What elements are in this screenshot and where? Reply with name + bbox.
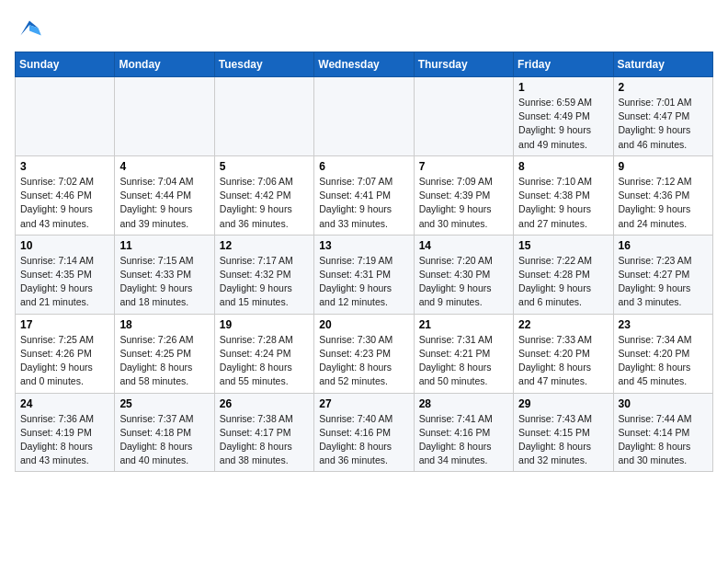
day-info: Sunrise: 7:10 AMSunset: 4:38 PMDaylight:…: [518, 175, 608, 231]
day-info: Sunrise: 7:20 AMSunset: 4:30 PMDaylight:…: [419, 254, 508, 310]
calendar-cell: 12Sunrise: 7:17 AMSunset: 4:32 PMDayligh…: [214, 235, 313, 314]
calendar-cell: [16, 77, 115, 156]
day-info: Sunrise: 7:14 AMSunset: 4:35 PMDaylight:…: [20, 254, 109, 310]
day-number: 6: [319, 160, 408, 173]
day-number: 22: [518, 318, 608, 331]
calendar-cell: [414, 77, 513, 156]
calendar-cell: 16Sunrise: 7:23 AMSunset: 4:27 PMDayligh…: [613, 235, 712, 314]
calendar-header-row: SundayMondayTuesdayWednesdayThursdayFrid…: [16, 52, 713, 77]
day-info: Sunrise: 7:36 AMSunset: 4:19 PMDaylight:…: [20, 412, 109, 468]
day-number: 4: [119, 160, 209, 173]
calendar-cell: 10Sunrise: 7:14 AMSunset: 4:35 PMDayligh…: [16, 235, 115, 314]
calendar-week-3: 10Sunrise: 7:14 AMSunset: 4:35 PMDayligh…: [16, 235, 713, 314]
day-number: 12: [220, 239, 309, 252]
day-info: Sunrise: 6:59 AMSunset: 4:49 PMDaylight:…: [518, 96, 608, 152]
calendar-cell: 2Sunrise: 7:01 AMSunset: 4:47 PMDaylight…: [613, 77, 712, 156]
calendar-cell: 21Sunrise: 7:31 AMSunset: 4:21 PMDayligh…: [414, 314, 513, 393]
day-number: 13: [319, 239, 408, 252]
day-info: Sunrise: 7:15 AMSunset: 4:33 PMDaylight:…: [119, 254, 209, 310]
day-info: Sunrise: 7:22 AMSunset: 4:28 PMDaylight:…: [518, 254, 608, 310]
day-number: 5: [220, 160, 309, 173]
calendar-cell: 6Sunrise: 7:07 AMSunset: 4:41 PMDaylight…: [314, 155, 414, 235]
calendar-cell: 15Sunrise: 7:22 AMSunset: 4:28 PMDayligh…: [514, 235, 613, 314]
day-info: Sunrise: 7:31 AMSunset: 4:21 PMDaylight:…: [419, 333, 508, 389]
day-info: Sunrise: 7:09 AMSunset: 4:39 PMDaylight:…: [419, 175, 508, 231]
day-info: Sunrise: 7:25 AMSunset: 4:26 PMDaylight:…: [20, 333, 109, 389]
calendar-cell: 7Sunrise: 7:09 AMSunset: 4:39 PMDaylight…: [414, 155, 513, 235]
column-header-wednesday: Wednesday: [314, 52, 414, 77]
day-info: Sunrise: 7:44 AMSunset: 4:14 PMDaylight:…: [619, 412, 708, 468]
day-info: Sunrise: 7:40 AMSunset: 4:16 PMDaylight:…: [319, 412, 408, 468]
column-header-monday: Monday: [115, 52, 214, 77]
day-number: 21: [419, 318, 508, 331]
day-number: 1: [518, 81, 608, 94]
day-info: Sunrise: 7:43 AMSunset: 4:15 PMDaylight:…: [518, 412, 608, 468]
day-number: 29: [518, 397, 608, 410]
calendar: SundayMondayTuesdayWednesdayThursdayFrid…: [15, 52, 713, 472]
column-header-friday: Friday: [514, 52, 613, 77]
calendar-cell: 3Sunrise: 7:02 AMSunset: 4:46 PMDaylight…: [16, 155, 115, 235]
day-info: Sunrise: 7:30 AMSunset: 4:23 PMDaylight:…: [319, 333, 408, 389]
calendar-cell: 26Sunrise: 7:38 AMSunset: 4:17 PMDayligh…: [214, 393, 313, 472]
day-number: 25: [119, 397, 209, 410]
calendar-cell: 4Sunrise: 7:04 AMSunset: 4:44 PMDaylight…: [115, 155, 214, 235]
day-info: Sunrise: 7:01 AMSunset: 4:47 PMDaylight:…: [619, 96, 708, 152]
calendar-cell: 27Sunrise: 7:40 AMSunset: 4:16 PMDayligh…: [314, 393, 414, 472]
day-number: 3: [20, 160, 109, 173]
calendar-cell: 23Sunrise: 7:34 AMSunset: 4:20 PMDayligh…: [613, 314, 712, 393]
day-number: 7: [419, 160, 508, 173]
day-number: 26: [220, 397, 309, 410]
day-info: Sunrise: 7:41 AMSunset: 4:16 PMDaylight:…: [419, 412, 508, 468]
day-info: Sunrise: 7:06 AMSunset: 4:42 PMDaylight:…: [220, 175, 309, 231]
calendar-cell: 18Sunrise: 7:26 AMSunset: 4:25 PMDayligh…: [115, 314, 214, 393]
calendar-cell: 19Sunrise: 7:28 AMSunset: 4:24 PMDayligh…: [214, 314, 313, 393]
day-info: Sunrise: 7:34 AMSunset: 4:20 PMDaylight:…: [619, 333, 708, 389]
day-number: 8: [518, 160, 608, 173]
day-number: 10: [20, 239, 109, 252]
calendar-cell: [314, 77, 414, 156]
column-header-tuesday: Tuesday: [214, 52, 313, 77]
day-info: Sunrise: 7:38 AMSunset: 4:17 PMDaylight:…: [220, 412, 309, 468]
column-header-thursday: Thursday: [414, 52, 513, 77]
day-number: 2: [619, 81, 708, 94]
calendar-cell: 8Sunrise: 7:10 AMSunset: 4:38 PMDaylight…: [514, 155, 613, 235]
day-number: 9: [619, 160, 708, 173]
day-info: Sunrise: 7:37 AMSunset: 4:18 PMDaylight:…: [119, 412, 209, 468]
logo-icon: [15, 15, 44, 44]
calendar-cell: [214, 77, 313, 156]
day-info: Sunrise: 7:12 AMSunset: 4:36 PMDaylight:…: [619, 175, 708, 231]
page-header: [15, 15, 713, 44]
calendar-cell: [115, 77, 214, 156]
day-number: 16: [619, 239, 708, 252]
day-info: Sunrise: 7:02 AMSunset: 4:46 PMDaylight:…: [20, 175, 109, 231]
day-number: 17: [20, 318, 109, 331]
day-number: 24: [20, 397, 109, 410]
calendar-cell: 20Sunrise: 7:30 AMSunset: 4:23 PMDayligh…: [314, 314, 414, 393]
calendar-cell: 28Sunrise: 7:41 AMSunset: 4:16 PMDayligh…: [414, 393, 513, 472]
day-info: Sunrise: 7:19 AMSunset: 4:31 PMDaylight:…: [319, 254, 408, 310]
calendar-week-2: 3Sunrise: 7:02 AMSunset: 4:46 PMDaylight…: [16, 155, 713, 235]
day-number: 11: [119, 239, 209, 252]
calendar-week-5: 24Sunrise: 7:36 AMSunset: 4:19 PMDayligh…: [16, 393, 713, 472]
calendar-cell: 14Sunrise: 7:20 AMSunset: 4:30 PMDayligh…: [414, 235, 513, 314]
day-number: 27: [319, 397, 408, 410]
column-header-sunday: Sunday: [16, 52, 115, 77]
calendar-cell: 17Sunrise: 7:25 AMSunset: 4:26 PMDayligh…: [16, 314, 115, 393]
day-info: Sunrise: 7:28 AMSunset: 4:24 PMDaylight:…: [220, 333, 309, 389]
day-number: 20: [319, 318, 408, 331]
calendar-week-4: 17Sunrise: 7:25 AMSunset: 4:26 PMDayligh…: [16, 314, 713, 393]
day-number: 30: [619, 397, 708, 410]
day-info: Sunrise: 7:23 AMSunset: 4:27 PMDaylight:…: [619, 254, 708, 310]
calendar-cell: 13Sunrise: 7:19 AMSunset: 4:31 PMDayligh…: [314, 235, 414, 314]
calendar-week-1: 1Sunrise: 6:59 AMSunset: 4:49 PMDaylight…: [16, 77, 713, 156]
day-number: 19: [220, 318, 309, 331]
day-number: 14: [419, 239, 508, 252]
column-header-saturday: Saturday: [613, 52, 712, 77]
calendar-cell: 22Sunrise: 7:33 AMSunset: 4:20 PMDayligh…: [514, 314, 613, 393]
day-info: Sunrise: 7:33 AMSunset: 4:20 PMDaylight:…: [518, 333, 608, 389]
calendar-cell: 5Sunrise: 7:06 AMSunset: 4:42 PMDaylight…: [214, 155, 313, 235]
calendar-cell: 29Sunrise: 7:43 AMSunset: 4:15 PMDayligh…: [514, 393, 613, 472]
logo: [15, 15, 50, 44]
day-number: 23: [619, 318, 708, 331]
calendar-cell: 30Sunrise: 7:44 AMSunset: 4:14 PMDayligh…: [613, 393, 712, 472]
